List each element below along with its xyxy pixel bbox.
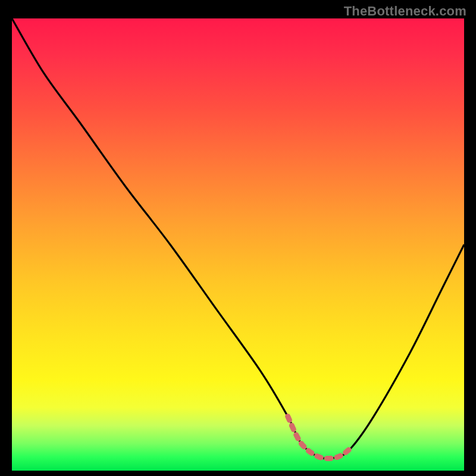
watermark-text: TheBottleneck.com	[344, 4, 466, 19]
low-band-dash	[288, 416, 351, 459]
chart-frame	[12, 18, 464, 471]
bottleneck-curve-path	[12, 18, 464, 459]
chart-svg	[12, 18, 464, 471]
